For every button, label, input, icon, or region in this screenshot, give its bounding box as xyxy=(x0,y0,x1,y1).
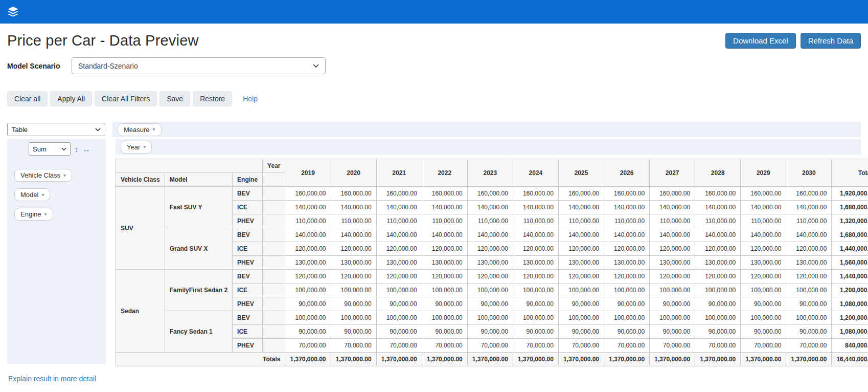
row-total-cell: 1,440,000.00 xyxy=(832,270,868,284)
year-column-header-2025[interactable]: 2025 xyxy=(558,159,604,187)
value-cell: 70,000.00 xyxy=(558,339,604,353)
measure-field-pill[interactable]: Measure ▾ xyxy=(118,123,162,136)
row-spacer-cell xyxy=(263,201,285,214)
layers-stack-icon[interactable] xyxy=(6,5,20,19)
engine-cell[interactable]: BEV xyxy=(233,270,263,284)
toolbar-button-apply-all[interactable]: Apply All xyxy=(50,91,92,106)
value-cell: 120,000.00 xyxy=(558,270,604,284)
year-column-header-2029[interactable]: 2029 xyxy=(741,159,786,187)
value-cell: 130,000.00 xyxy=(604,256,650,270)
download-excel-button[interactable]: Download Excel xyxy=(725,33,796,49)
view-type-select[interactable]: Table xyxy=(7,123,105,136)
refresh-data-button[interactable]: Refresh Data xyxy=(801,33,861,49)
engine-cell[interactable]: ICE xyxy=(233,325,263,339)
toolbar-button-restore[interactable]: Restore xyxy=(193,91,232,106)
model-cell[interactable]: Grand SUV X xyxy=(165,228,232,270)
totals-value-cell: 1,370,000.00 xyxy=(558,353,604,366)
value-cell: 110,000.00 xyxy=(376,214,422,228)
value-cell: 140,000.00 xyxy=(786,228,832,242)
value-cell: 140,000.00 xyxy=(331,201,376,214)
row-total-cell: 1,560,000.00 xyxy=(832,256,868,270)
value-cell: 70,000.00 xyxy=(786,339,832,353)
toolbar-button-clear-all-filters[interactable]: Clear All Filters xyxy=(95,91,157,106)
vehicle-class-cell[interactable]: SUV xyxy=(116,187,165,270)
model-scenario-select[interactable]: Standard-Szenario xyxy=(72,57,326,74)
engine-cell[interactable]: BEV xyxy=(233,228,263,242)
value-cell: 100,000.00 xyxy=(422,311,467,325)
totals-value-cell: 1,370,000.00 xyxy=(422,353,467,366)
year-column-header-2027[interactable]: 2027 xyxy=(650,159,695,187)
value-cell: 110,000.00 xyxy=(741,214,786,228)
row-field-pill-engine[interactable]: Engine▾ xyxy=(14,208,53,221)
value-cell: 100,000.00 xyxy=(513,311,558,325)
pivot-widget: Table Measure ▾ Sum ↕ ↔ xyxy=(7,122,861,366)
engine-cell[interactable]: ICE xyxy=(233,201,263,214)
value-cell: 90,000.00 xyxy=(786,297,832,311)
horizontal-arrows-icon[interactable]: ↔ xyxy=(83,145,90,153)
row-spacer-cell xyxy=(263,311,285,325)
row-field-pill-vehicle-class[interactable]: Vehicle Class▾ xyxy=(14,169,72,182)
year-column-header-2028[interactable]: 2028 xyxy=(695,159,741,187)
row-spacer-cell xyxy=(263,284,285,297)
row-spacer-cell xyxy=(263,325,285,339)
value-cell: 160,000.00 xyxy=(376,187,422,201)
year-column-header-2026[interactable]: 2026 xyxy=(604,159,650,187)
row-dimension-header-vehicle-class[interactable]: Vehicle Class xyxy=(116,173,165,187)
model-cell[interactable]: Fast SUV Y xyxy=(165,187,232,228)
row-total-cell: 1,080,000.00 xyxy=(832,297,868,311)
caret-down-icon: ▾ xyxy=(153,127,155,132)
year-column-header-2024[interactable]: 2024 xyxy=(513,159,558,187)
engine-cell[interactable]: BEV xyxy=(233,187,263,201)
engine-cell[interactable]: PHEV xyxy=(233,256,263,270)
value-cell: 90,000.00 xyxy=(650,297,695,311)
value-cell: 140,000.00 xyxy=(285,228,331,242)
totals-value-cell: 1,370,000.00 xyxy=(376,353,422,366)
row-total-cell: 1,200,000.00 xyxy=(832,311,868,325)
value-cell: 100,000.00 xyxy=(650,311,695,325)
value-cell: 120,000.00 xyxy=(376,270,422,284)
value-cell: 160,000.00 xyxy=(467,187,513,201)
row-spacer-cell xyxy=(263,297,285,311)
value-cell: 90,000.00 xyxy=(513,325,558,339)
pivot-row: SedanFamilyFirst Sedan 2BEV120,000.00120… xyxy=(116,270,868,284)
year-column-header-2022[interactable]: 2022 xyxy=(422,159,467,187)
vertical-arrows-icon[interactable]: ↕ xyxy=(75,145,79,153)
year-column-header-2030[interactable]: 2030 xyxy=(786,159,832,187)
engine-cell[interactable]: PHEV xyxy=(233,214,263,228)
toolbar-button-clear-all[interactable]: Clear all xyxy=(7,91,48,106)
year-column-header-2023[interactable]: 2023 xyxy=(467,159,513,187)
vehicle-class-cell[interactable]: Sedan xyxy=(116,270,165,353)
pivot-corner-cell xyxy=(116,159,263,173)
engine-cell[interactable]: PHEV xyxy=(233,339,263,353)
row-dimension-header-engine[interactable]: Engine xyxy=(233,173,263,187)
value-cell: 120,000.00 xyxy=(513,242,558,256)
engine-cell[interactable]: ICE xyxy=(233,284,263,297)
model-cell[interactable]: Fancy Sedan 1 xyxy=(165,311,232,353)
row-spacer-cell xyxy=(263,270,285,284)
totals-column-header[interactable]: Totals xyxy=(832,159,868,187)
engine-cell[interactable]: ICE xyxy=(233,242,263,256)
value-cell: 90,000.00 xyxy=(376,297,422,311)
value-cell: 90,000.00 xyxy=(285,297,331,311)
model-cell[interactable]: FamilyFirst Sedan 2 xyxy=(165,270,232,311)
year-column-header-2021[interactable]: 2021 xyxy=(376,159,422,187)
value-cell: 100,000.00 xyxy=(604,284,650,297)
engine-cell[interactable]: PHEV xyxy=(233,297,263,311)
row-dimension-header-model[interactable]: Model xyxy=(165,173,232,187)
year-column-header-2019[interactable]: 2019 xyxy=(285,159,331,187)
aggregation-select[interactable]: Sum xyxy=(29,142,71,156)
year-column-header-2020[interactable]: 2020 xyxy=(331,159,376,187)
toolbar-button-save[interactable]: Save xyxy=(159,91,190,106)
totals-value-cell: 1,370,000.00 xyxy=(604,353,650,366)
caret-down-icon: ▾ xyxy=(44,212,47,217)
value-cell: 140,000.00 xyxy=(695,201,741,214)
row-field-pill-model[interactable]: Model▾ xyxy=(14,188,50,201)
value-cell: 100,000.00 xyxy=(786,284,832,297)
engine-cell[interactable]: BEV xyxy=(233,311,263,325)
totals-value-cell: 1,370,000.00 xyxy=(331,353,376,366)
value-cell: 100,000.00 xyxy=(558,284,604,297)
year-field-pill[interactable]: Year ▾ xyxy=(121,141,152,154)
model-scenario-label: Model Scenario xyxy=(7,62,72,70)
explain-result-link[interactable]: Explain result in more detail xyxy=(8,375,96,383)
help-link[interactable]: Help xyxy=(243,95,258,103)
